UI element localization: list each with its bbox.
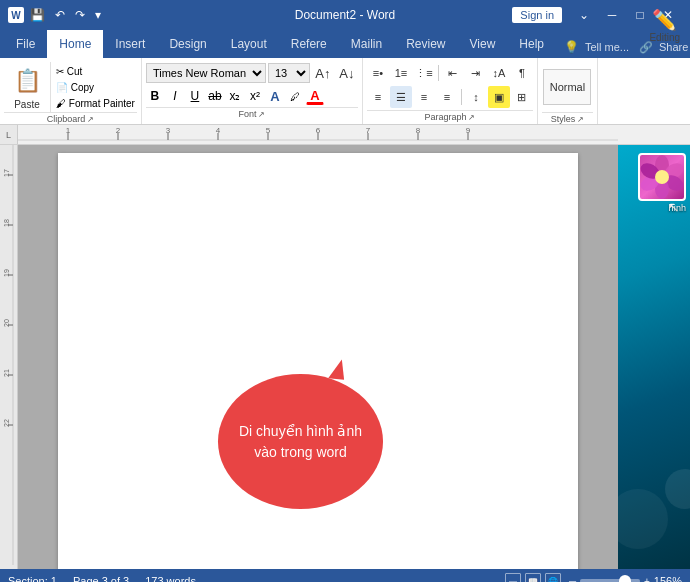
clipboard-expand-icon[interactable]: ↗ bbox=[87, 115, 94, 124]
zoom-out-btn[interactable]: ─ bbox=[569, 576, 576, 583]
tooltip-text: Di chuyển hình ảnh vào trong word bbox=[218, 411, 383, 472]
tell-me-label[interactable]: Tell me... bbox=[585, 41, 629, 53]
styles-expand-icon[interactable]: ↗ bbox=[577, 115, 584, 124]
editing-icon: ✏️ bbox=[652, 8, 677, 32]
styles-gallery: Normal bbox=[542, 62, 593, 112]
line-spacing-btn[interactable]: ↕ bbox=[465, 86, 487, 108]
customize-btn[interactable]: ▾ bbox=[91, 6, 105, 24]
font-label-text: Font bbox=[238, 109, 256, 119]
svg-text:3: 3 bbox=[166, 126, 171, 135]
strikethrough-button[interactable]: ab bbox=[206, 87, 224, 105]
numbering-btn[interactable]: 1≡ bbox=[390, 62, 412, 84]
font-expand-icon[interactable]: ↗ bbox=[258, 110, 265, 119]
subscript-button[interactable]: x₂ bbox=[226, 87, 244, 105]
status-bar: Section: 1 Page 3 of 3 173 words ▬ 📖 🌐 ─… bbox=[0, 569, 690, 582]
para-row2: ≡ ☰ ≡ ≡ ↕ ▣ ⊞ bbox=[367, 86, 533, 108]
tab-help[interactable]: Help bbox=[507, 30, 556, 58]
paste-icon: 📋 bbox=[10, 64, 44, 98]
clipboard-label-text: Clipboard bbox=[47, 114, 86, 124]
zoom-level[interactable]: 156% bbox=[654, 575, 682, 582]
sort-btn[interactable]: ↕A bbox=[488, 62, 510, 84]
para-row1: ≡• 1≡ ⋮≡ ⇤ ⇥ ↕A ¶ bbox=[367, 62, 533, 84]
align-center-btn[interactable]: ☰ bbox=[390, 86, 412, 108]
tab-mailings[interactable]: Mailin bbox=[339, 30, 394, 58]
section-info: Section: 1 bbox=[8, 575, 57, 582]
font-size-select[interactable]: 13 bbox=[268, 63, 310, 83]
sign-in-button[interactable]: Sign in bbox=[512, 7, 562, 23]
document-title: Document2 - Word bbox=[295, 8, 395, 22]
shading-btn[interactable]: ▣ bbox=[488, 86, 510, 108]
text-effects-button[interactable]: A bbox=[266, 87, 284, 105]
tab-home[interactable]: Home bbox=[47, 30, 103, 58]
print-layout-view[interactable]: ▬ bbox=[505, 573, 521, 582]
clipboard-label: Clipboard ↗ bbox=[4, 112, 137, 124]
decrease-indent-btn[interactable]: ⇤ bbox=[442, 62, 464, 84]
clipboard-tools: 📋 Paste ✂ Cut 📄 Copy 🖌 Format Painter bbox=[4, 62, 137, 112]
bold-button[interactable]: B bbox=[146, 87, 164, 105]
font-color-btn[interactable]: A bbox=[306, 87, 324, 105]
font-row1: Times New Roman 13 A↑ A↓ bbox=[146, 62, 358, 84]
copy-button[interactable]: 📄 Copy bbox=[54, 81, 137, 94]
cut-button[interactable]: ✂ Cut bbox=[54, 65, 137, 78]
tab-layout[interactable]: Layout bbox=[219, 30, 279, 58]
save-btn[interactable]: 💾 bbox=[26, 6, 49, 24]
decrease-font-btn[interactable]: A↓ bbox=[336, 62, 358, 84]
multilevel-list-btn[interactable]: ⋮≡ bbox=[413, 62, 435, 84]
divider1 bbox=[438, 65, 439, 81]
tab-view[interactable]: View bbox=[458, 30, 508, 58]
justify-btn[interactable]: ≡ bbox=[436, 86, 458, 108]
read-mode-view[interactable]: 📖 bbox=[525, 573, 541, 582]
increase-font-btn[interactable]: A↑ bbox=[312, 62, 334, 84]
font-name-select[interactable]: Times New Roman bbox=[146, 63, 266, 83]
borders-btn[interactable]: ⊞ bbox=[511, 86, 533, 108]
page-info[interactable]: Page 3 of 3 bbox=[73, 575, 129, 582]
ribbon: 📋 Paste ✂ Cut 📄 Copy 🖌 Format Painter Cl… bbox=[0, 58, 690, 125]
styles-label: Styles ↗ bbox=[542, 112, 593, 124]
format-painter-button[interactable]: 🖌 Format Painter bbox=[54, 97, 137, 110]
tooltip-bubble-wrapper: Di chuyển hình ảnh vào trong word bbox=[218, 374, 383, 509]
ribbon-toggle-btn[interactable]: ⌄ bbox=[570, 0, 598, 30]
right-panel: ↖ hình bbox=[618, 145, 690, 569]
word-icon: W bbox=[8, 7, 24, 23]
bullets-btn[interactable]: ≡• bbox=[367, 62, 389, 84]
show-marks-btn[interactable]: ¶ bbox=[511, 62, 533, 84]
word-count: 173 words bbox=[145, 575, 196, 582]
tab-insert[interactable]: Insert bbox=[103, 30, 157, 58]
tab-references[interactable]: Refere bbox=[279, 30, 339, 58]
align-left-btn[interactable]: ≡ bbox=[367, 86, 389, 108]
svg-text:7: 7 bbox=[366, 126, 371, 135]
styles-label-text: Styles bbox=[551, 114, 576, 124]
document-area: Di chuyển hình ảnh vào trong word bbox=[18, 145, 618, 569]
tooltip-bubble: Di chuyển hình ảnh vào trong word bbox=[218, 374, 383, 509]
svg-text:9: 9 bbox=[466, 126, 471, 135]
undo-btn[interactable]: ↶ bbox=[51, 6, 69, 24]
web-layout-view[interactable]: 🌐 bbox=[545, 573, 561, 582]
tab-design[interactable]: Design bbox=[157, 30, 218, 58]
underline-button[interactable]: U bbox=[186, 87, 204, 105]
deco-circle2 bbox=[665, 469, 690, 509]
minimize-btn[interactable]: ─ bbox=[598, 0, 626, 30]
tab-file[interactable]: File bbox=[4, 30, 47, 58]
redo-btn[interactable]: ↷ bbox=[71, 6, 89, 24]
text-highlight-btn[interactable]: 🖊 bbox=[286, 87, 304, 105]
zoom-in-btn[interactable]: + bbox=[644, 576, 650, 583]
paragraph-label: Paragraph ↗ bbox=[367, 110, 533, 122]
font-group: Times New Roman 13 A↑ A↓ B I U ab x₂ x² … bbox=[142, 58, 363, 124]
styles-group: Normal Styles ↗ bbox=[538, 58, 598, 124]
svg-text:22: 22 bbox=[3, 419, 10, 427]
status-right: ▬ 📖 🌐 ─ + 156% bbox=[505, 573, 682, 582]
divider2 bbox=[461, 89, 462, 105]
paste-button[interactable]: 📋 Paste bbox=[4, 62, 50, 112]
para-expand-icon[interactable]: ↗ bbox=[468, 113, 475, 122]
superscript-button[interactable]: x² bbox=[246, 87, 264, 105]
svg-text:17: 17 bbox=[3, 169, 10, 177]
quick-access: W 💾 ↶ ↷ ▾ bbox=[8, 6, 105, 24]
increase-indent-btn[interactable]: ⇥ bbox=[465, 62, 487, 84]
tab-review[interactable]: Review bbox=[394, 30, 457, 58]
ruler-area: L 1 2 3 4 5 6 7 8 9 bbox=[0, 125, 690, 145]
styles-gallery-btn[interactable]: Normal bbox=[543, 69, 591, 105]
svg-text:18: 18 bbox=[3, 219, 10, 227]
align-right-btn[interactable]: ≡ bbox=[413, 86, 435, 108]
paste-label: Paste bbox=[14, 99, 40, 110]
italic-button[interactable]: I bbox=[166, 87, 184, 105]
